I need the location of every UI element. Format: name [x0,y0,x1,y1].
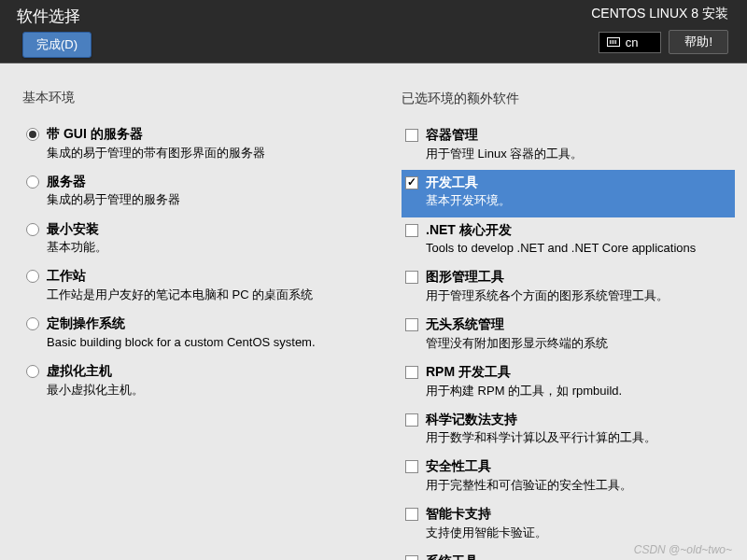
option-description: 基本开发环境。 [426,192,729,209]
option-body: 带 GUI 的服务器集成的易于管理的带有图形界面的服务器 [47,125,350,161]
option-body: 安全性工具用于完整性和可信验证的安全性工具。 [426,457,729,494]
option-title: 开发工具 [426,174,729,192]
checkbox-icon [405,555,418,560]
option-description: 用于管理 Linux 容器的工具。 [426,146,729,162]
addons-list: 容器管理用于管理 Linux 容器的工具。开发工具基本开发环境。.NET 核心开… [402,122,735,560]
option-title: 智能卡支持 [426,505,729,524]
option-body: 开发工具基本开发环境。 [426,174,729,210]
addon-option[interactable]: 无头系统管理管理没有附加图形显示终端的系统 [402,312,735,359]
option-body: 容器管理用于管理 Linux 容器的工具。 [426,126,729,162]
option-title: 容器管理 [426,126,729,145]
option-body: RPM 开发工具用于构建 RPM 的工具，如 rpmbuild. [426,363,729,399]
checkbox-icon [405,366,418,379]
radio-icon [26,223,39,236]
radio-icon [26,175,39,189]
base-environment-header: 基本环境 [22,90,356,106]
addon-option[interactable]: 智能卡支持支持使用智能卡验证。 [402,501,735,549]
option-body: .NET 核心开发Tools to develop .NET and .NET … [426,221,729,258]
top-bar: 软件选择 完成(D) CENTOS LINUX 8 安装 cn 帮助! [0,0,747,63]
option-description: Basic building block for a custom CentOS… [47,334,350,351]
option-body: 图形管理工具用于管理系统各个方面的图形系统管理工具。 [426,268,729,304]
checkbox-icon [405,176,418,189]
option-title: 带 GUI 的服务器 [47,125,350,144]
checkbox-icon [405,224,418,237]
option-title: 无头系统管理 [426,315,729,334]
addon-option[interactable]: RPM 开发工具用于构建 RPM 的工具，如 rpmbuild. [402,359,735,407]
radio-icon [26,365,39,378]
radio-icon [26,317,39,330]
checkbox-icon [405,413,418,427]
option-description: 用于数学和科学计算以及平行计算的工具。 [426,429,729,446]
addon-option[interactable]: 安全性工具用于完整性和可信验证的安全性工具。 [402,454,735,501]
option-title: 安全性工具 [426,457,729,476]
option-description: Tools to develop .NET and .NET Core appl… [426,240,729,257]
option-title: 图形管理工具 [426,268,729,287]
radio-icon [26,270,39,283]
page-title: 软件选择 [17,6,80,27]
addon-option[interactable]: .NET 核心开发Tools to develop .NET and .NET … [402,217,735,265]
option-description: 用于完整性和可信验证的安全性工具。 [426,477,729,494]
installer-title: CENTOS LINUX 8 安装 [591,6,728,22]
option-description: 支持使用智能卡验证。 [426,525,729,541]
checkbox-icon [405,318,418,331]
option-title: 服务器 [47,173,350,191]
content-area: 基本环境 带 GUI 的服务器集成的易于管理的带有图形界面的服务器服务器集成的易… [0,63,747,541]
option-body: 智能卡支持支持使用智能卡验证。 [426,505,729,541]
option-description: 集成的易于管理的带有图形界面的服务器 [47,145,350,161]
keyboard-layout-label: cn [626,35,639,49]
checkbox-icon [405,271,418,284]
option-body: 虚拟化主机最小虚拟化主机。 [47,362,350,399]
addon-option[interactable]: 科学记数法支持用于数学和科学计算以及平行计算的工具。 [402,407,735,455]
option-description: 集成的易于管理的服务器 [47,191,350,208]
option-description: 工作站是用户友好的笔记本电脑和 PC 的桌面系统 [47,287,350,303]
option-description: 用于构建 RPM 的工具，如 rpmbuild. [426,383,729,399]
addons-column: 已选环境的额外软件 容器管理用于管理 Linux 容器的工具。开发工具基本开发环… [401,90,736,541]
addon-option[interactable]: 开发工具基本开发环境。 [402,170,735,217]
checkbox-icon [405,129,418,142]
addon-option[interactable]: 图形管理工具用于管理系统各个方面的图形系统管理工具。 [402,264,735,312]
base-env-option[interactable]: 定制操作系统Basic building block for a custom … [22,311,356,358]
radio-icon [26,128,39,141]
option-description: 用于管理系统各个方面的图形系统管理工具。 [426,287,729,304]
checkbox-icon [405,508,418,521]
option-body: 最小安装基本功能。 [47,220,350,257]
checkbox-icon [405,460,418,473]
help-button[interactable]: 帮助! [669,30,728,54]
base-env-option[interactable]: 服务器集成的易于管理的服务器 [22,169,356,217]
option-body: 工作站工作站是用户友好的笔记本电脑和 PC 的桌面系统 [47,267,350,303]
option-description: 管理没有附加图形显示终端的系统 [426,335,729,352]
option-title: 定制操作系统 [47,315,350,333]
base-environment-column: 基本环境 带 GUI 的服务器集成的易于管理的带有图形界面的服务器服务器集成的易… [22,90,356,541]
done-button[interactable]: 完成(D) [22,32,92,58]
option-description: 最小虚拟化主机。 [47,382,350,399]
option-description: 基本功能。 [47,239,350,256]
option-body: 定制操作系统Basic building block for a custom … [47,315,350,351]
option-title: 科学记数法支持 [426,411,729,429]
option-title: RPM 开发工具 [426,363,729,382]
keyboard-layout-selector[interactable]: cn [599,32,662,53]
option-title: 最小安装 [47,220,350,239]
base-env-option[interactable]: 工作站工作站是用户友好的笔记本电脑和 PC 的桌面系统 [22,263,356,311]
watermark: CSDN @~old~two~ [634,543,732,556]
topright-controls: cn 帮助! [599,30,728,54]
option-body: 科学记数法支持用于数学和科学计算以及平行计算的工具。 [426,411,729,447]
addon-option[interactable]: 容器管理用于管理 Linux 容器的工具。 [402,122,735,170]
option-title: 虚拟化主机 [47,362,350,381]
option-title: 工作站 [47,267,350,286]
base-env-option[interactable]: 带 GUI 的服务器集成的易于管理的带有图形界面的服务器 [22,121,356,169]
base-environment-list: 带 GUI 的服务器集成的易于管理的带有图形界面的服务器服务器集成的易于管理的服… [22,121,356,406]
option-body: 服务器集成的易于管理的服务器 [47,173,350,209]
base-env-option[interactable]: 最小安装基本功能。 [22,217,356,264]
option-body: 无头系统管理管理没有附加图形显示终端的系统 [426,315,729,352]
addons-header: 已选环境的额外软件 [402,91,735,107]
keyboard-icon [607,37,620,47]
option-title: .NET 核心开发 [426,221,729,240]
base-env-option[interactable]: 虚拟化主机最小虚拟化主机。 [22,358,356,406]
